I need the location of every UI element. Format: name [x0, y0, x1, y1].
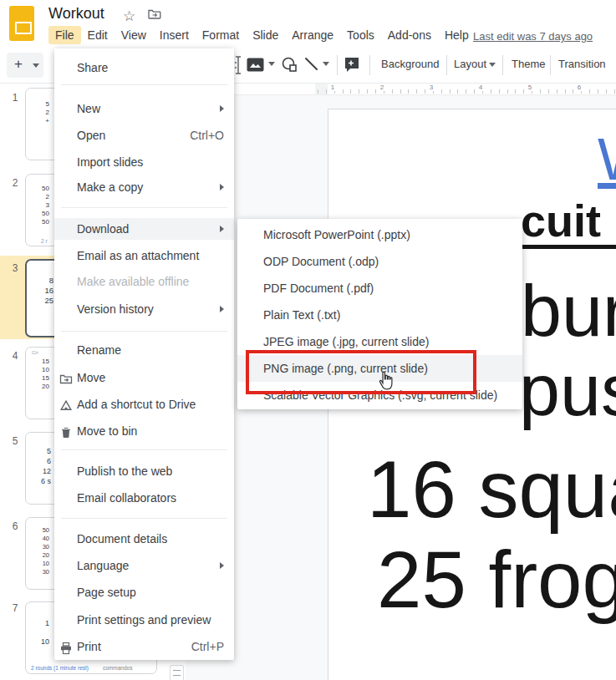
thumbnail-footer: 2 r [41, 238, 48, 244]
last-edit-link[interactable]: Last edit was 7 days ago [473, 30, 593, 43]
menu-file[interactable]: File [48, 26, 81, 44]
layout-button[interactable]: Layout [454, 58, 486, 70]
ruler-number: 1 [328, 84, 338, 91]
submenu-arrow-icon [220, 184, 224, 190]
submenu-arrow-icon [220, 105, 224, 112]
heading-underline [521, 245, 616, 249]
file-menu: Share New OpenCtrl+O Import slides Make … [54, 48, 234, 660]
menu-item-email-attachment[interactable]: Email as an attachment [54, 245, 234, 266]
menu-item-make-a-copy[interactable]: Make a copy [54, 176, 234, 198]
menu-item-share[interactable]: Share [54, 57, 234, 79]
theme-button[interactable]: Theme [512, 58, 545, 70]
menu-divider [61, 331, 227, 332]
menu-edit[interactable]: Edit [81, 26, 115, 44]
shortcut-label: Ctrl+O [190, 124, 224, 146]
thumbnail-header: Cir [32, 350, 38, 355]
toolbar-divider [337, 55, 338, 75]
menu-item-rename[interactable]: Rename [54, 339, 234, 361]
shortcut-label: Ctrl+P [191, 636, 224, 657]
menu-item-import-slides[interactable]: Import slides [54, 151, 234, 173]
submenu-item-odp[interactable]: ODP Document (.odp) [237, 248, 522, 275]
menu-item-language[interactable]: Language [54, 555, 234, 576]
insert-comment-icon[interactable] [344, 56, 360, 76]
menu-divider [61, 207, 227, 208]
menu-item-download[interactable]: Download [54, 218, 234, 240]
submenu-item-pdf[interactable]: PDF Document (.pdf) [237, 275, 522, 302]
toolbar-divider [550, 55, 551, 75]
menu-divider [61, 84, 227, 85]
move-folder-icon [59, 371, 73, 384]
menu-bar: File Edit View Insert Format Slide Arran… [48, 26, 476, 44]
menu-item-new[interactable]: New [54, 98, 234, 119]
menu-divider [61, 449, 227, 450]
insert-shape-icon[interactable] [281, 56, 298, 76]
slide-number[interactable]: 6 [8, 520, 23, 532]
submenu-item-pptx[interactable]: Microsoft PowerPoint (.pptx) [237, 221, 522, 248]
horizontal-ruler: 1 2 3 4 5 6 [186, 83, 616, 95]
annotation-red-box [246, 350, 476, 394]
ruler-number: 4 [476, 84, 486, 91]
menu-format[interactable]: Format [196, 26, 246, 44]
menu-view[interactable]: View [115, 26, 153, 44]
menu-help[interactable]: Help [438, 26, 476, 44]
toolbar-divider [369, 55, 370, 75]
transition-button[interactable]: Transition [558, 58, 606, 70]
submenu-arrow-icon [220, 226, 224, 232]
slide-line-fragment: push [519, 348, 616, 433]
submenu-arrow-icon [220, 306, 224, 312]
new-slide-button[interactable]: + [7, 53, 43, 78]
menu-tools[interactable]: Tools [340, 26, 381, 44]
filmstrip-scrollbar[interactable] [170, 665, 184, 680]
slide-line-fragment: 16 squa [367, 444, 616, 535]
submenu-arrow-icon [220, 562, 224, 569]
toolbar-divider [446, 55, 447, 75]
move-folder-icon[interactable] [147, 7, 161, 25]
menu-item-email-collaborators[interactable]: Email collaborators [54, 487, 234, 509]
slide-heading-fragment: cuit [521, 195, 601, 246]
insert-image-icon[interactable] [247, 58, 264, 75]
image-caret-icon[interactable] [268, 62, 275, 66]
slide-number[interactable]: 1 [8, 92, 23, 104]
menu-item-publish-to-web[interactable]: Publish to the web [54, 460, 234, 482]
submenu-item-txt[interactable]: Plain Text (.txt) [237, 302, 522, 328]
ruler-ticks [318, 89, 616, 94]
slide-number[interactable]: 5 [8, 435, 23, 447]
layout-caret-icon[interactable] [489, 63, 496, 67]
menu-divider [61, 518, 227, 519]
menu-item-print-settings[interactable]: Print settings and preview [54, 609, 234, 631]
printer-icon [59, 640, 73, 653]
slides-logo-icon[interactable] [9, 6, 34, 41]
menu-addons[interactable]: Add-ons [381, 26, 438, 44]
application-header: Workout ☆ File Edit View Insert Format S… [0, 0, 616, 48]
slide-number[interactable]: 7 [8, 602, 23, 614]
thumbnail-footer-text: commandos [103, 665, 132, 671]
insert-line-icon[interactable] [303, 56, 320, 76]
background-button[interactable]: Background [381, 58, 439, 70]
line-caret-icon[interactable] [323, 62, 329, 66]
menu-item-add-shortcut-to-drive[interactable]: Add a shortcut to Drive [54, 393, 234, 415]
drive-shortcut-icon [59, 398, 73, 411]
menu-item-make-available-offline: Make available offline [54, 271, 234, 292]
menu-slide[interactable]: Slide [246, 26, 285, 44]
slide-number[interactable]: 3 [8, 262, 23, 274]
menu-item-page-setup[interactable]: Page setup [54, 581, 234, 603]
slide-line-fragment: bur [521, 268, 616, 353]
star-icon[interactable]: ☆ [123, 8, 135, 25]
hand-cursor-icon [375, 370, 395, 397]
document-title[interactable]: Workout [48, 5, 104, 23]
menu-item-open[interactable]: OpenCtrl+O [54, 124, 234, 146]
slide-number[interactable]: 2 [8, 177, 23, 189]
toolbar-divider [502, 55, 503, 75]
ruler-number: 5 [525, 84, 535, 91]
slide-number[interactable]: 4 [8, 350, 23, 362]
slide-title-fragment: W [598, 126, 616, 193]
menu-item-move-to-bin[interactable]: Move to bin [54, 420, 234, 442]
menu-item-move[interactable]: Move [54, 367, 234, 388]
menu-insert[interactable]: Insert [153, 26, 196, 44]
menu-item-version-history[interactable]: Version history [54, 298, 234, 320]
text-box-icon[interactable] [234, 54, 242, 79]
new-slide-caret-icon[interactable] [33, 63, 39, 68]
menu-item-print[interactable]: Print Ctrl+P [54, 636, 234, 657]
menu-arrange[interactable]: Arrange [285, 26, 340, 44]
menu-item-document-details[interactable]: Document details [54, 528, 234, 550]
